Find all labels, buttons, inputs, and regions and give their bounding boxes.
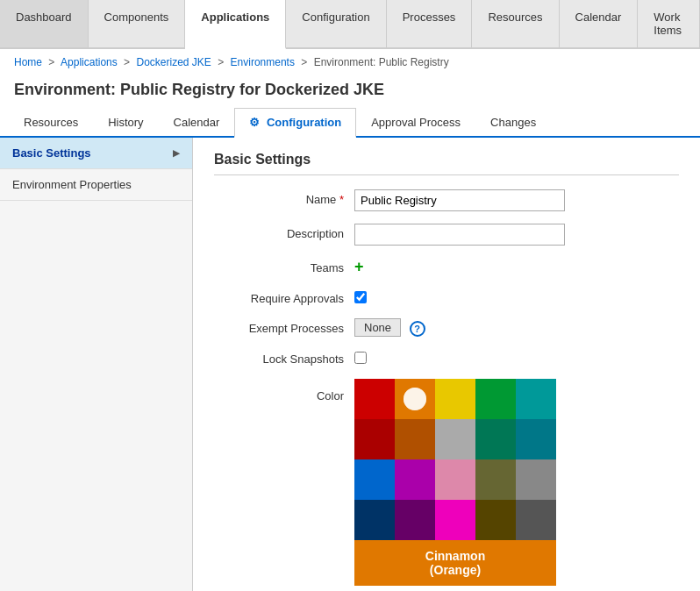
field-description: Description [214, 224, 679, 246]
breadcrumb-environments[interactable]: Environments [231, 56, 295, 68]
name-input[interactable] [354, 189, 565, 211]
tab-configuration[interactable]: ⚙ Configuration [234, 108, 356, 138]
nav-processes[interactable]: Processes [387, 0, 473, 47]
label-name: Name * [214, 189, 354, 206]
color-cell-pink[interactable] [435, 459, 475, 500]
description-input[interactable] [354, 224, 565, 246]
field-color: Color Cinnamon (Orange) [214, 379, 679, 586]
color-cell-teal[interactable] [516, 379, 556, 419]
top-navigation: Dashboard Components Applications Config… [0, 0, 700, 49]
color-cell-purple[interactable] [395, 500, 435, 540]
required-indicator: * [339, 193, 344, 206]
color-cell-dark-gray[interactable] [516, 500, 556, 540]
sidebar-item-environment-properties[interactable]: Environment Properties [0, 169, 192, 201]
main-content: Basic Settings ▶ Environment Properties … [0, 138, 700, 591]
color-selected-label: Cinnamon (Orange) [354, 540, 556, 586]
color-cell-brown-orange[interactable] [395, 419, 435, 459]
nav-applications[interactable]: Applications [185, 0, 286, 49]
tab-calendar[interactable]: Calendar [159, 108, 235, 138]
breadcrumb-dockerized-jke[interactable]: Dockerized JKE [136, 56, 211, 68]
label-lock-snapshots: Lock Snapshots [214, 349, 354, 366]
sidebar: Basic Settings ▶ Environment Properties [0, 138, 193, 591]
breadcrumb-applications[interactable]: Applications [61, 56, 118, 68]
nav-dashboard[interactable]: Dashboard [0, 0, 89, 47]
nav-workitems[interactable]: Work Items [638, 0, 700, 47]
breadcrumb-home[interactable]: Home [14, 56, 42, 68]
breadcrumb-current: Environment: Public Registry [314, 56, 449, 68]
color-cell-magenta[interactable] [395, 459, 435, 500]
color-cell-dark-teal[interactable] [516, 419, 556, 459]
require-approvals-checkbox[interactable] [354, 291, 367, 303]
tab-history[interactable]: History [93, 108, 158, 138]
nav-calendar[interactable]: Calendar [560, 0, 639, 47]
color-cell-olive[interactable] [475, 459, 516, 500]
content-panel: Basic Settings Name * Description Teams … [193, 138, 700, 591]
field-exempt-processes: Exempt Processes None ? [214, 318, 679, 337]
field-lock-snapshots: Lock Snapshots [214, 349, 679, 367]
sidebar-item-basic-settings[interactable]: Basic Settings ▶ [0, 138, 192, 169]
color-cell-blue[interactable] [354, 459, 395, 500]
label-color: Color [214, 379, 354, 402]
exempt-processes-button[interactable]: None [354, 318, 401, 337]
color-cell-forest[interactable] [475, 419, 516, 459]
tab-resources[interactable]: Resources [9, 108, 93, 138]
lock-snapshots-checkbox[interactable] [354, 352, 367, 364]
tab-changes[interactable]: Changes [475, 108, 551, 138]
color-cell-red[interactable] [354, 379, 395, 419]
color-cell-yellow[interactable] [435, 379, 475, 419]
color-cell-cinnamon-orange[interactable] [395, 379, 435, 419]
color-cell-navy[interactable] [354, 500, 395, 540]
color-cell-gray[interactable] [516, 459, 556, 500]
label-teams: Teams [214, 258, 354, 274]
label-description: Description [214, 224, 354, 240]
page-title: Environment: Public Registry for Dockeri… [0, 75, 700, 108]
nav-resources[interactable]: Resources [472, 0, 559, 47]
color-cell-dark-olive[interactable] [475, 500, 516, 540]
color-cell-dark-red[interactable] [354, 419, 395, 459]
configuration-icon: ⚙ [249, 116, 260, 129]
field-teams: Teams + [214, 258, 679, 276]
color-cell-hot-pink[interactable] [435, 500, 475, 540]
tab-approval-process[interactable]: Approval Process [356, 108, 475, 138]
exempt-help-icon[interactable]: ? [410, 321, 425, 337]
sidebar-arrow-icon: ▶ [173, 148, 180, 158]
field-require-approvals: Require Approvals [214, 288, 679, 306]
add-team-button[interactable]: + [354, 258, 364, 275]
label-require-approvals: Require Approvals [214, 288, 354, 305]
sub-tab-bar: Resources History Calendar ⚙ Configurati… [0, 108, 700, 138]
breadcrumb: Home > Applications > Dockerized JKE > E… [0, 49, 700, 75]
nav-components[interactable]: Components [89, 0, 186, 47]
color-cell-green[interactable] [475, 379, 516, 419]
field-name: Name * [214, 189, 679, 211]
color-picker-grid [354, 379, 556, 540]
color-cell-light-gray[interactable] [435, 419, 475, 459]
panel-title: Basic Settings [214, 152, 679, 175]
label-exempt-processes: Exempt Processes [214, 318, 354, 335]
nav-configuration[interactable]: Configuration [286, 0, 386, 47]
